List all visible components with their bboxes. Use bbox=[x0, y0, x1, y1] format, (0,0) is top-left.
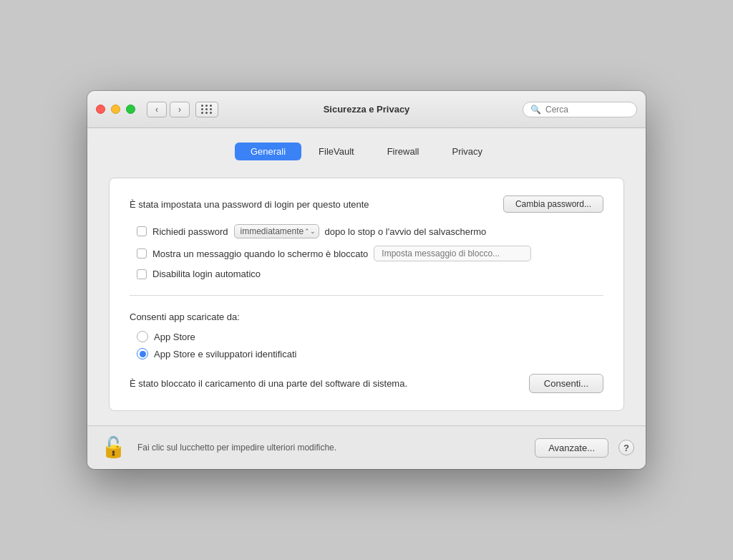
search-icon: 🔍 bbox=[530, 105, 541, 115]
change-password-button[interactable]: Cambia password... bbox=[503, 195, 603, 213]
dropdown-wrapper-immediatamente: immediatamente dopo 5 minuti dopo 15 min… bbox=[234, 224, 319, 238]
titlebar: ‹ › Sicurezza e Privacy 🔍 bbox=[87, 91, 646, 128]
settings-panel: È stata impostata una password di login … bbox=[109, 178, 624, 411]
option-row-richiedi-password: Richiedi password immediatamente dopo 5 … bbox=[137, 224, 603, 238]
window-title: Sicurezza e Privacy bbox=[324, 104, 410, 115]
nav-buttons: ‹ › bbox=[147, 102, 190, 117]
password-label: È stata impostata una password di login … bbox=[130, 199, 493, 210]
checkbox-richiedi-password[interactable] bbox=[137, 226, 147, 236]
tab-filevault[interactable]: FileVault bbox=[303, 143, 370, 160]
forward-icon: › bbox=[178, 105, 181, 115]
tab-generali[interactable]: Generali bbox=[235, 143, 301, 160]
allow-section-label: Consenti app scaricate da: bbox=[130, 312, 603, 322]
radio-app-store-dev[interactable] bbox=[137, 348, 148, 359]
bottombar: 🔓 Fai clic sul lucchetto per impedire ul… bbox=[87, 425, 646, 469]
radio-label-app-store: App Store bbox=[154, 332, 195, 342]
maximize-button[interactable] bbox=[126, 105, 135, 114]
option-label-richiedi-password: Richiedi password bbox=[152, 226, 228, 237]
close-button[interactable] bbox=[96, 105, 105, 114]
main-window: ‹ › Sicurezza e Privacy 🔍 Generali FileV… bbox=[87, 91, 646, 469]
password-row: È stata impostata una password di login … bbox=[130, 195, 603, 213]
advanced-button[interactable]: Avanzate... bbox=[535, 438, 608, 458]
option-label-mostra-messaggio: Mostra un messaggio quando lo schermo è … bbox=[152, 248, 368, 259]
radio-row-app-store-dev: App Store e sviluppatori identificati bbox=[137, 348, 603, 359]
back-button[interactable]: ‹ bbox=[147, 102, 167, 117]
search-input[interactable] bbox=[545, 105, 629, 115]
option-row-disabilita-login: Disabilita login automatico bbox=[137, 269, 603, 279]
minimize-button[interactable] bbox=[111, 105, 120, 114]
option-label-disabilita-login: Disabilita login automatico bbox=[152, 269, 261, 279]
lock-icon-wrapper[interactable]: 🔓 bbox=[99, 433, 127, 462]
block-message-input[interactable] bbox=[374, 246, 531, 261]
grid-button[interactable] bbox=[195, 102, 218, 117]
grid-icon bbox=[201, 105, 213, 114]
help-button[interactable]: ? bbox=[618, 440, 634, 455]
tab-privacy[interactable]: Privacy bbox=[436, 143, 498, 160]
lock-icon: 🔓 bbox=[101, 438, 126, 458]
consenti-button[interactable]: Consenti... bbox=[529, 374, 603, 393]
radio-row-app-store: App Store bbox=[137, 331, 603, 342]
checkbox-mostra-messaggio[interactable] bbox=[137, 248, 147, 259]
radio-label-app-store-dev: App Store e sviluppatori identificati bbox=[154, 349, 296, 359]
content-area: Generali FileVault Firewall Privacy È st… bbox=[87, 128, 646, 425]
tab-bar: Generali FileVault Firewall Privacy bbox=[109, 143, 624, 160]
traffic-lights bbox=[96, 105, 135, 114]
forward-button[interactable]: › bbox=[170, 102, 190, 117]
lock-text: Fai clic sul lucchetto per impedire ulte… bbox=[137, 443, 525, 453]
search-box[interactable]: 🔍 bbox=[523, 102, 637, 117]
tab-firewall[interactable]: Firewall bbox=[372, 143, 435, 160]
immediately-dropdown[interactable]: immediatamente dopo 5 minuti dopo 15 min… bbox=[234, 224, 319, 238]
checkbox-disabilita-login[interactable] bbox=[137, 269, 147, 279]
after-dropdown-label: dopo lo stop o l'avvio del salvaschermo bbox=[325, 226, 487, 237]
divider bbox=[130, 295, 603, 296]
option-row-mostra-messaggio: Mostra un messaggio quando lo schermo è … bbox=[137, 246, 603, 261]
allow-section: Consenti app scaricate da: App Store App… bbox=[130, 312, 603, 359]
blocked-row: È stato bloccato il caricamento di una p… bbox=[130, 374, 603, 393]
back-icon: ‹ bbox=[155, 105, 158, 115]
blocked-text: È stato bloccato il caricamento di una p… bbox=[130, 378, 518, 389]
radio-app-store[interactable] bbox=[137, 331, 148, 342]
